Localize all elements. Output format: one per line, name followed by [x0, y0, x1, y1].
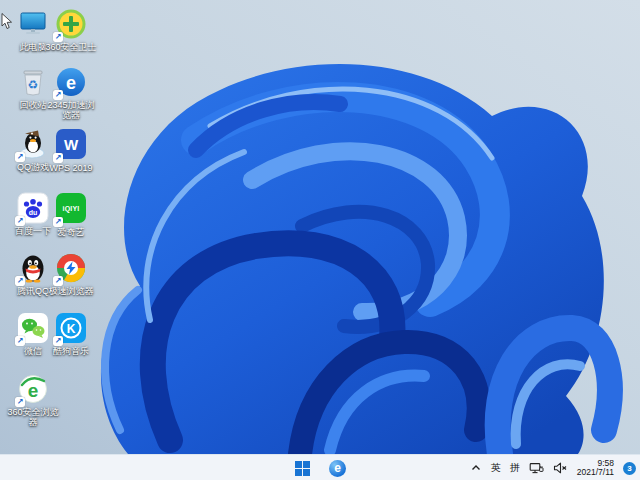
windows-logo-icon: [295, 461, 310, 476]
shortcut-arrow-icon: ↗: [53, 217, 63, 227]
input-language-indicator[interactable]: 英: [491, 461, 501, 475]
desktop-icon-iqiyi[interactable]: iQIYI ↗ 爱奇艺: [43, 192, 99, 237]
svg-text:du: du: [29, 209, 38, 216]
svg-text:K: K: [67, 322, 76, 336]
desktop[interactable]: 此电脑 ↗ 360安全卫士 ♻ 回收站: [0, 0, 640, 454]
edge-icon: e: [329, 460, 346, 477]
desktop-icon-speed-browser[interactable]: ↗ 极速浏览器: [43, 252, 99, 296]
system-tray: 英 拼 9:58: [470, 455, 640, 480]
volume-tray-button[interactable]: [553, 455, 568, 480]
mouse-cursor: [1, 13, 13, 30]
clock-date: 2021/7/11: [577, 467, 614, 477]
hidden-icons-chevron[interactable]: [470, 455, 482, 480]
shortcut-arrow-icon: ↗: [53, 276, 63, 286]
svg-text:♻: ♻: [28, 78, 39, 92]
input-method-pinyin-indicator[interactable]: 拼: [510, 461, 520, 475]
desktop-icon-360-safe[interactable]: ↗ 360安全卫士: [43, 8, 99, 52]
shortcut-arrow-icon: ↗: [15, 276, 25, 286]
icon-label: 极速浏览器: [43, 286, 99, 296]
notification-badge[interactable]: 3: [623, 462, 636, 475]
shortcut-arrow-icon: ↗: [53, 336, 63, 346]
taskbar: e 英 拼: [0, 454, 640, 480]
start-button[interactable]: [293, 458, 313, 478]
shortcut-arrow-icon: ↗: [53, 32, 63, 42]
icon-label: 360安全卫士: [43, 42, 99, 52]
svg-text:e: e: [66, 73, 76, 93]
desktop-icon-kugou-music[interactable]: K ↗ 酷狗音乐: [43, 312, 99, 356]
shortcut-arrow-icon: ↗: [15, 336, 25, 346]
svg-text:e: e: [28, 380, 39, 401]
network-icon: [529, 462, 544, 475]
iqiyi-wordmark: iQIYI: [63, 205, 80, 212]
network-tray-button[interactable]: [529, 455, 544, 480]
chevron-up-icon: [470, 462, 482, 474]
shortcut-arrow-icon: ↗: [53, 153, 63, 163]
windows-11-desktop-screen: 此电脑 ↗ 360安全卫士 ♻ 回收站: [0, 0, 640, 480]
shortcut-arrow-icon: ↗: [15, 152, 25, 162]
clock-time: 9:58: [597, 458, 614, 468]
wps-letter: W: [64, 136, 78, 153]
edge-taskbar-button[interactable]: e: [328, 458, 348, 478]
desktop-icon-360-browser[interactable]: e ↗ 360安全浏览器: [5, 373, 61, 427]
icon-label: 爱奇艺: [43, 227, 99, 237]
icon-label: 360安全浏览器: [5, 407, 61, 427]
shortcut-arrow-icon: ↗: [53, 90, 63, 100]
speaker-muted-icon: [553, 462, 568, 474]
desktop-icon-wps-2019[interactable]: W ↗ WPS 2019: [43, 128, 99, 173]
clock[interactable]: 9:58 2021/7/11: [577, 459, 614, 478]
icon-label: 2345加速浏览器: [43, 100, 99, 120]
icon-label: WPS 2019: [43, 163, 99, 173]
icon-label: 酷狗音乐: [43, 346, 99, 356]
shortcut-arrow-icon: ↗: [15, 216, 25, 226]
desktop-icon-2345-browser[interactable]: e ↗ 2345加速浏览器: [43, 66, 99, 120]
shortcut-arrow-icon: ↗: [15, 397, 25, 407]
